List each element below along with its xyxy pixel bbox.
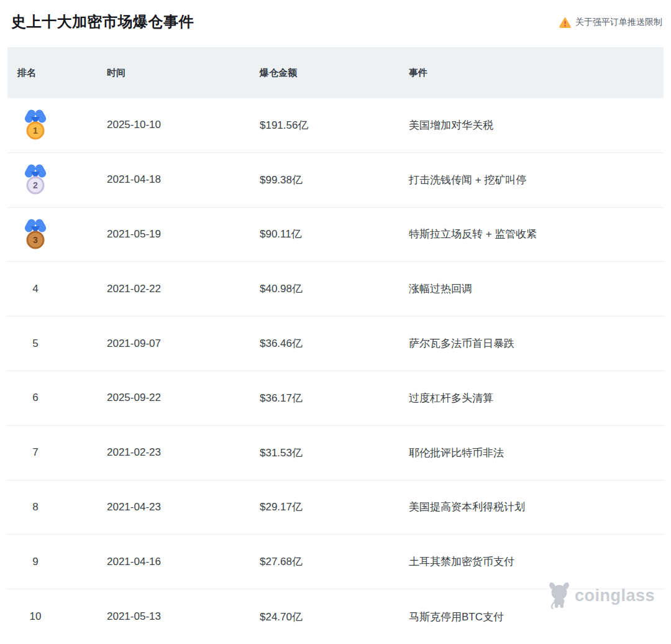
- notice-link[interactable]: 关于强平订单推送限制: [559, 17, 662, 28]
- cell-date: 2021-04-23: [107, 501, 260, 513]
- cell-event: 美国提高资本利得税计划: [409, 500, 664, 514]
- cell-event: 过度杠杆多头清算: [409, 391, 664, 405]
- cell-amount: $36.46亿: [260, 336, 409, 351]
- table-row: 9 2021-04-16 $27.68亿 土耳其禁加密货币支付: [7, 535, 664, 589]
- cell-date: 2021-05-19: [107, 228, 260, 241]
- top-bar: 史上十大加密市场爆仓事件 关于强平订单推送限制: [0, 0, 671, 47]
- cell-amount: $99.38亿: [260, 173, 409, 187]
- table-row: 2 2021-04-18 $99.38亿 打击洗钱传闻 + 挖矿叫停: [7, 153, 664, 208]
- liquidation-table: 排名 时间 爆仓金额 事件 1 2025-10-10 $191.56亿 美国增加…: [7, 47, 664, 644]
- rank-number: 10: [30, 610, 42, 623]
- cell-amount: $40.98亿: [260, 282, 409, 296]
- table-row: 8 2021-04-23 $29.17亿 美国提高资本利得税计划: [7, 481, 664, 535]
- cell-date: 2021-04-18: [107, 173, 260, 186]
- rank-number: 1: [23, 126, 48, 136]
- table-row: 6 2025-09-22 $36.17亿 过度杠杆多头清算: [7, 371, 664, 426]
- rank-number: 2: [23, 180, 48, 190]
- cell-amount: $36.17亿: [260, 391, 409, 405]
- notice-label: 关于强平订单推送限制: [575, 17, 662, 28]
- silver-medal-icon: 2: [23, 164, 48, 195]
- gold-medal-icon: 1: [23, 109, 48, 140]
- column-header-event: 事件: [409, 67, 664, 79]
- table-row: 3 2021-05-19 $90.11亿 特斯拉立场反转 + 监管收紧: [7, 208, 664, 262]
- cell-date: 2025-09-22: [107, 392, 260, 404]
- rank-number: 6: [32, 392, 38, 404]
- cell-amount: $31.53亿: [260, 446, 409, 460]
- cell-event: 涨幅过热回调: [409, 282, 664, 296]
- cell-event: 美国增加对华关税: [409, 118, 664, 132]
- table-row: 4 2021-02-22 $40.98亿 涨幅过热回调: [7, 262, 664, 316]
- cell-event: 萨尔瓦多法币首日暴跌: [409, 336, 664, 351]
- rank-number: 7: [32, 446, 38, 459]
- table-row: 5 2021-09-07 $36.46亿 萨尔瓦多法币首日暴跌: [7, 316, 664, 371]
- cell-amount: $24.70亿: [260, 610, 409, 624]
- cell-event: 特斯拉立场反转 + 监管收紧: [409, 227, 664, 241]
- table-row: 7 2021-02-23 $31.53亿 耶伦批评比特币非法: [7, 426, 664, 481]
- rank-number: 8: [32, 501, 38, 513]
- cell-event: 土耳其禁加密货币支付: [409, 554, 664, 569]
- cell-amount: $27.68亿: [260, 554, 409, 569]
- cell-date: 2021-02-23: [107, 446, 260, 459]
- cell-event: 打击洗钱传闻 + 挖矿叫停: [409, 173, 664, 187]
- cell-date: 2021-02-22: [107, 283, 260, 295]
- rank-number: 4: [32, 283, 38, 295]
- rank-number: 5: [32, 338, 38, 350]
- cell-date: 2025-10-10: [107, 119, 260, 131]
- cell-date: 2021-04-16: [107, 556, 260, 568]
- cell-date: 2021-05-13: [107, 610, 260, 623]
- rank-number: 9: [32, 556, 38, 568]
- table-row: 10 2021-05-13 $24.70亿 马斯克停用BTC支付: [7, 589, 664, 644]
- column-header-rank: 排名: [17, 67, 107, 79]
- column-header-amount: 爆仓金额: [260, 67, 409, 79]
- bronze-medal-icon: 3: [23, 219, 48, 250]
- page-title: 史上十大加密市场爆仓事件: [11, 12, 194, 32]
- cell-amount: $191.56亿: [260, 118, 409, 132]
- column-header-time: 时间: [107, 67, 260, 79]
- rank-number: 3: [23, 235, 48, 245]
- cell-event: 马斯克停用BTC支付: [409, 610, 664, 624]
- table-row: 1 2025-10-10 $191.56亿 美国增加对华关税: [7, 98, 664, 153]
- cell-amount: $29.17亿: [260, 500, 409, 514]
- table-header-row: 排名 时间 爆仓金额 事件: [7, 47, 664, 98]
- cell-date: 2021-09-07: [107, 338, 260, 350]
- cell-amount: $90.11亿: [260, 227, 409, 241]
- warning-triangle-icon: [559, 17, 571, 28]
- cell-event: 耶伦批评比特币非法: [409, 446, 664, 460]
